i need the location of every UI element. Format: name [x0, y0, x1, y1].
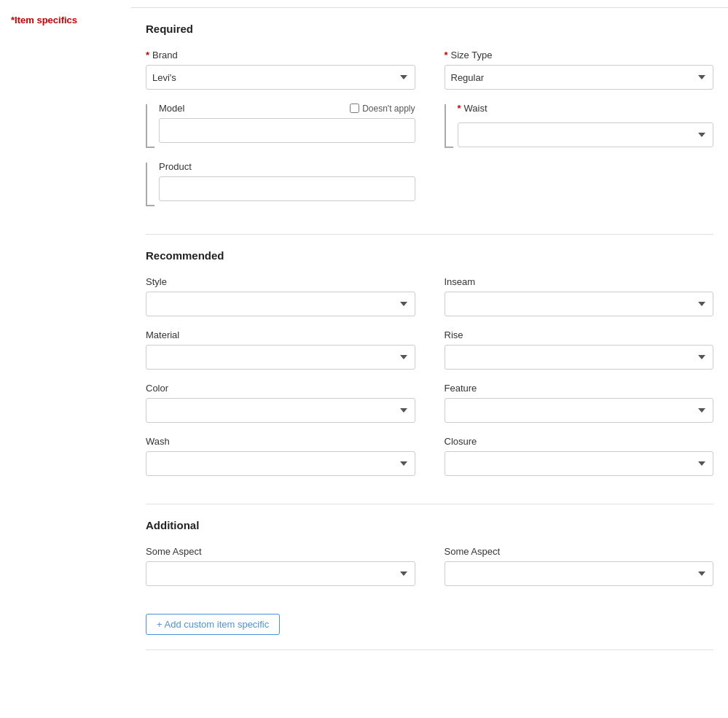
waist-field: * Waist: [445, 103, 714, 148]
brand-select[interactable]: Levi's: [146, 65, 415, 90]
doesnt-apply-text: Doesn't apply: [362, 104, 415, 114]
material-label: Material: [146, 329, 179, 340]
someaspect1-select[interactable]: [146, 561, 415, 586]
doesnt-apply-label[interactable]: Doesn't apply: [350, 104, 415, 114]
inseam-select[interactable]: [445, 292, 714, 316]
material-rise-row: Material Rise: [146, 329, 713, 370]
sizetype-label: Size Type: [451, 50, 493, 61]
product-indent: [146, 163, 154, 206]
product-field: Product: [146, 161, 415, 206]
recommended-section: Recommended Style Inseam: [146, 235, 713, 504]
model-indent: [146, 104, 154, 148]
material-field: Material: [146, 329, 415, 370]
style-inseam-row: Style Inseam: [146, 276, 713, 316]
product-input[interactable]: [159, 176, 415, 201]
wash-closure-row: Wash Closure: [146, 436, 713, 476]
additional-section: Additional Some Aspect Some Aspect: [146, 504, 713, 650]
product-placeholder: [445, 161, 714, 206]
product-row: Product: [146, 161, 713, 206]
closure-field: Closure: [445, 436, 714, 476]
sizetype-select[interactable]: Regular: [445, 65, 714, 90]
someaspect1-label: Some Aspect: [146, 546, 202, 557]
material-select[interactable]: [146, 345, 415, 370]
color-feature-row: Color Feature: [146, 383, 713, 423]
style-select[interactable]: [146, 292, 415, 316]
model-field: Model Doesn't apply: [146, 103, 415, 148]
wash-field: Wash: [146, 436, 415, 476]
color-field: Color: [146, 383, 415, 423]
waist-indent: [445, 104, 453, 148]
model-waist-row: Model Doesn't apply: [146, 103, 713, 148]
recommended-title: Recommended: [146, 249, 713, 262]
brand-field: * Brand Levi's: [146, 50, 415, 90]
someaspect2-label: Some Aspect: [445, 546, 501, 557]
style-label: Style: [146, 276, 167, 287]
model-input[interactable]: [159, 118, 415, 143]
sizetype-required-star: *: [445, 50, 448, 61]
inseam-field: Inseam: [445, 276, 714, 316]
item-specifics-label: *Item specifics: [11, 15, 77, 26]
rise-label: Rise: [445, 329, 463, 340]
style-field: Style: [146, 276, 415, 316]
rise-field: Rise: [445, 329, 714, 370]
brand-sizetype-row: * Brand Levi's * Size Type Regular: [146, 50, 713, 90]
color-label: Color: [146, 383, 168, 394]
wash-select[interactable]: [146, 451, 415, 476]
feature-field: Feature: [445, 383, 714, 423]
required-title: Required: [146, 23, 713, 35]
model-label: Model: [159, 103, 184, 114]
waist-required-star: *: [458, 103, 461, 114]
rise-select[interactable]: [445, 345, 714, 370]
brand-required-star: *: [146, 50, 149, 61]
inseam-label: Inseam: [445, 276, 476, 287]
someaspect2-select[interactable]: [445, 561, 714, 586]
waist-label: Waist: [464, 103, 488, 114]
color-select[interactable]: [146, 398, 415, 423]
product-label: Product: [159, 161, 192, 172]
someaspect2-field: Some Aspect: [445, 546, 714, 586]
additional-title: Additional: [146, 519, 713, 531]
sizetype-field: * Size Type Regular: [445, 50, 714, 90]
closure-select[interactable]: [445, 451, 714, 476]
required-section: Required * Brand Levi's * Size Type: [146, 8, 713, 235]
wash-label: Wash: [146, 436, 170, 447]
someaspect-row: Some Aspect Some Aspect: [146, 546, 713, 586]
add-custom-button[interactable]: + Add custom item specific: [146, 614, 280, 635]
brand-label: Brand: [152, 50, 178, 61]
feature-select[interactable]: [445, 398, 714, 423]
waist-select[interactable]: [458, 122, 714, 147]
closure-label: Closure: [445, 436, 477, 447]
feature-label: Feature: [445, 383, 477, 394]
someaspect1-field: Some Aspect: [146, 546, 415, 586]
doesnt-apply-checkbox[interactable]: [350, 104, 359, 113]
